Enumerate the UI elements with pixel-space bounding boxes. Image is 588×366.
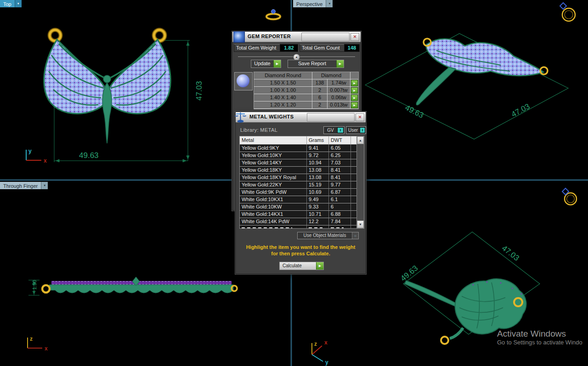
axis-z-label: z — [314, 341, 317, 347]
metal-row-name[interactable]: Yellow Gold:18KY — [240, 167, 307, 174]
gem-reporter-titlebar[interactable]: GEM REPORTER ✕ — [232, 32, 361, 42]
metal-row-grams[interactable]: 15.19 — [307, 181, 329, 189]
metal-row-grams[interactable]: 10.94 — [307, 159, 329, 167]
gem-row-weight[interactable]: 0.013tw — [328, 101, 351, 109]
update-button-label: Update — [251, 60, 273, 68]
info-toggle-icon[interactable]: I — [360, 127, 365, 133]
side-view-pendant[interactable]: 1.50 z x — [28, 277, 237, 352]
perspective-view-pendant[interactable]: 49.63 47.03 — [365, 3, 575, 139]
total-gem-count-label: Total Gem Count — [300, 44, 346, 52]
metal-table-scrollbar[interactable]: ▲ ▼ — [356, 136, 364, 229]
dimension-height-persp: 47.03 — [510, 102, 531, 119]
gem-row-count[interactable]: 2 — [312, 101, 328, 109]
gem-table[interactable]: Diamond Round Diamond 1.50 X 1.50 138 1.… — [254, 72, 359, 109]
dimension-width-rear: 49.63 — [399, 264, 419, 283]
save-report-button[interactable]: Save Report ▶ — [288, 60, 344, 68]
metal-row-name[interactable]: White Gold:14KX1 — [240, 211, 307, 218]
metal-row-name[interactable]: White Gold:10KW — [240, 203, 307, 211]
metal-row-dwt[interactable]: 6.88 — [329, 211, 351, 218]
small-ring-bottom-right[interactable] — [562, 188, 577, 205]
metal-row-name[interactable]: White Gold:14K PdW — [240, 218, 307, 225]
play-icon: ▶ — [273, 60, 281, 68]
metal-row-dwt[interactable]: 8.41 — [329, 167, 351, 174]
metal-row-grams[interactable]: 10.69 — [307, 189, 329, 196]
chevron-down-icon[interactable]: ▼ — [15, 0, 22, 7]
viewport-tab-perspective[interactable]: Perspective ▼ — [293, 0, 333, 7]
gem-row-action-button[interactable]: ▶ — [351, 102, 358, 108]
metal-row-name[interactable]: Yellow Gold:9KY — [240, 145, 307, 152]
gem-row-action-button[interactable]: ▶ — [351, 87, 358, 94]
metal-row-clipped[interactable] — [307, 225, 329, 228]
metal-row-name[interactable]: Yellow Gold:22KY — [240, 181, 307, 189]
gv-button[interactable]: GV I — [323, 126, 345, 134]
close-icon[interactable]: ✕ — [351, 33, 359, 41]
dimension-height-rear: 47.03 — [500, 244, 521, 263]
metal-row-grams[interactable]: 13.08 — [307, 167, 329, 174]
metal-row-clipped[interactable] — [240, 225, 307, 228]
gem-row-weight[interactable]: 1.74tw — [328, 79, 351, 87]
axis-x-label: x — [324, 339, 328, 346]
dimension-thickness: 1.50 — [32, 280, 37, 290]
gem-row-size[interactable]: 1.50 X 1.50 — [254, 79, 312, 87]
titlebar-grip[interactable] — [301, 33, 350, 41]
pendant-right-wing — [107, 39, 171, 113]
small-ring-top-right[interactable] — [560, 3, 575, 21]
user-button[interactable]: User I — [346, 126, 366, 134]
calculate-button[interactable]: Calculate ▶ — [279, 262, 324, 270]
metal-row-dwt[interactable]: 6.25 — [329, 152, 351, 159]
metal-row-grams[interactable]: 9.33 — [307, 203, 329, 211]
metal-weights-dialog[interactable]: METAL WEIGHTS ✕ Library: METAL GV I User… — [235, 112, 366, 274]
metal-row-clipped[interactable] — [329, 225, 351, 228]
metal-row-name[interactable]: White Gold:9K PdW — [240, 189, 307, 196]
metal-row-grams[interactable]: 9.41 — [307, 145, 329, 152]
metal-row-name[interactable]: White Gold:10KX1 — [240, 196, 307, 203]
metal-row-dwt[interactable]: 7.03 — [329, 159, 351, 167]
gem-row-weight[interactable]: 0.06tw — [328, 94, 351, 101]
gem-row-size[interactable]: 1.00 X 1.00 — [254, 87, 312, 94]
gem-row-count[interactable]: 138 — [312, 79, 328, 87]
axis-gizmo-top: y x — [26, 148, 47, 164]
metal-row-name[interactable]: Yellow Gold:10KY — [240, 152, 307, 159]
titlebar-grip[interactable] — [307, 113, 355, 122]
metal-row-grams[interactable]: 12.2 — [307, 218, 329, 225]
scroll-down-icon[interactable]: ▼ — [357, 220, 364, 228]
metal-row-grams[interactable]: 13.08 — [307, 174, 329, 181]
viewport-tab-top[interactable]: Top ▼ — [0, 0, 22, 7]
use-object-materials-button[interactable]: Use Object Materials ○ — [297, 232, 359, 239]
update-button[interactable]: Update ▶ — [251, 60, 281, 68]
radio-circle-icon: ○ — [352, 232, 358, 239]
metal-row-dwt[interactable]: 9.77 — [329, 181, 351, 189]
gem-row-action-button[interactable]: ▶ — [351, 80, 358, 86]
axis-z-label: z — [30, 336, 33, 342]
gem-row-size[interactable]: 1.40 X 1.40 — [254, 94, 312, 101]
chevron-down-icon[interactable]: ▼ — [326, 0, 333, 7]
scale-icon — [234, 111, 247, 124]
close-icon[interactable]: ✕ — [356, 113, 364, 121]
info-toggle-icon[interactable]: I — [337, 127, 344, 133]
gem-row-count[interactable]: 2 — [312, 87, 328, 94]
metal-table[interactable]: Metal Grams DWT Yellow Gold:9KY 9.41 6.0… — [239, 136, 357, 229]
small-ring-top-center[interactable] — [266, 10, 280, 20]
metal-row-dwt[interactable]: 8.41 — [329, 174, 351, 181]
metal-row-dwt[interactable]: 6.1 — [329, 196, 351, 203]
gem-row-action-button[interactable]: ▶ — [351, 95, 358, 101]
metal-row-name[interactable]: Yellow Gold:14KY — [240, 159, 307, 167]
metal-row-dwt[interactable]: 7.84 — [329, 218, 351, 225]
chevron-down-icon[interactable]: ▼ — [41, 182, 48, 189]
metal-row-grams[interactable]: 9.49 — [307, 196, 329, 203]
metal-row-dwt[interactable]: 6.87 — [329, 189, 351, 196]
metal-row-dwt[interactable]: 6 — [329, 203, 351, 211]
gem-thumbnail[interactable] — [234, 72, 253, 90]
metal-row-grams[interactable]: 9.72 — [307, 152, 329, 159]
activate-windows-watermark: Activate Windows Go to Settings to activ… — [497, 329, 582, 346]
metal-weights-titlebar[interactable]: METAL WEIGHTS ✕ — [236, 112, 366, 123]
metal-row-name[interactable]: Yellow Gold:18KY Royal — [240, 174, 307, 181]
scroll-up-icon[interactable]: ▲ — [357, 136, 364, 144]
metal-row-dwt[interactable]: 6.05 — [329, 145, 351, 152]
gem-row-weight[interactable]: 0.007tw — [328, 87, 351, 94]
metal-row-grams[interactable]: 10.71 — [307, 211, 329, 218]
gem-row-size[interactable]: 1.20 X 1.20 — [254, 101, 312, 109]
viewport-tab-through-finger[interactable]: Through Finger ▼ — [0, 182, 48, 189]
gem-row-count[interactable]: 6 — [312, 94, 328, 101]
pendant-3d — [416, 39, 548, 105]
